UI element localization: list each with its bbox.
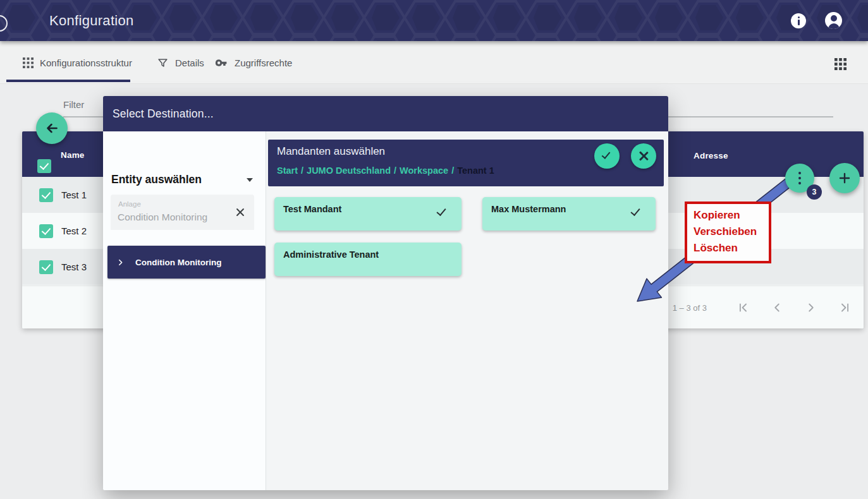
prev-page-icon[interactable] xyxy=(770,301,784,315)
confirm-button[interactable] xyxy=(594,143,620,169)
entity-field-value: Condition Monitoring xyxy=(118,212,207,223)
account-icon[interactable] xyxy=(825,12,842,29)
pagination-range-label: 1 – 3 of 3 xyxy=(673,303,707,313)
annotation-line: Verschieben xyxy=(694,224,765,240)
filter-funnel-icon xyxy=(157,57,169,69)
breadcrumb-item[interactable]: Start xyxy=(277,165,298,176)
tenant-name: Administrative Tenant xyxy=(283,250,379,260)
apps-grid-icon[interactable] xyxy=(834,58,847,73)
tab-konfigurationsstruktur[interactable]: Konfigurationsstruktur xyxy=(23,41,132,84)
key-icon xyxy=(215,56,228,69)
row-checkbox-checked-icon[interactable] xyxy=(39,224,53,238)
tenant-panel-header: Mandanten auswählen Start/JUMO Deutschla… xyxy=(268,140,664,186)
dialog-title: Select Destination... xyxy=(113,107,214,121)
tenant-panel-title: Mandanten auswählen xyxy=(277,145,385,158)
first-page-icon[interactable] xyxy=(736,301,750,315)
select-all-checkbox[interactable] xyxy=(37,159,51,173)
breadcrumb-separator: / xyxy=(394,165,396,176)
tenant-panel: Mandanten auswählen Start/JUMO Deutschla… xyxy=(266,131,668,490)
back-button[interactable] xyxy=(36,112,68,144)
breadcrumb-separator: / xyxy=(451,165,454,176)
dropdown-caret-icon xyxy=(247,178,253,182)
breadcrumb: Start/JUMO Deutschland/Workspace/Tenant … xyxy=(277,165,494,176)
breadcrumb-item[interactable]: Workspace xyxy=(400,165,448,176)
chevron-right-icon[interactable] xyxy=(116,258,125,267)
entity-type-select[interactable]: Entity auswählen xyxy=(111,173,258,186)
tenant-check-icon xyxy=(436,206,446,216)
tab-bar: Konfigurationsstruktur Details Zugriffsr… xyxy=(0,41,868,84)
clear-x-icon[interactable] xyxy=(235,207,245,217)
tab-label: Zugriffsrechte xyxy=(235,57,292,68)
tab-details[interactable]: Details xyxy=(157,41,204,84)
dialog-header: Select Destination... xyxy=(103,96,668,131)
column-header-name: Name xyxy=(61,150,85,160)
kebab-menu-icon xyxy=(798,172,802,185)
account-head-shape xyxy=(831,15,837,21)
active-tab-underline xyxy=(6,80,130,82)
entity-search-field[interactable]: Anlage Condition Monitoring xyxy=(111,195,254,230)
grid-icon xyxy=(23,57,34,68)
back-arrow-icon xyxy=(44,120,60,136)
info-icon[interactable] xyxy=(791,13,806,28)
tree-item-label: Condition Monitoring xyxy=(135,258,221,267)
selection-count-badge: 3 xyxy=(807,184,822,200)
annotation-note: Kopieren Verschieben Löschen xyxy=(685,201,771,263)
column-header-adresse: Adresse xyxy=(694,151,728,160)
tenant-name: Max Mustermann xyxy=(491,204,566,214)
page-title: Konfiguration xyxy=(49,0,134,41)
breadcrumb-item[interactable]: JUMO Deutschland xyxy=(307,165,391,176)
tenant-check-icon xyxy=(630,206,640,216)
tenant-card-administrative-tenant[interactable]: Administrative Tenant xyxy=(274,243,462,276)
tenant-card-max-mustermann[interactable]: Max Mustermann xyxy=(482,197,656,231)
select-destination-dialog: Select Destination... Entity auswählen A… xyxy=(103,96,668,490)
last-page-icon[interactable] xyxy=(838,301,852,315)
tab-label: Konfigurationsstruktur xyxy=(40,57,132,68)
tab-label: Details xyxy=(175,57,204,68)
plus-icon xyxy=(837,171,852,186)
cancel-button[interactable] xyxy=(631,143,656,169)
tab-zugriffsrechte[interactable]: Zugriffsrechte xyxy=(215,41,292,84)
annotation-line: Kopieren xyxy=(694,207,765,224)
pagination: 1 – 3 of 3 xyxy=(673,286,852,329)
app-header: Konfiguration xyxy=(0,0,868,41)
tenant-name: Test Mandant xyxy=(283,204,341,214)
tenant-card-test-mandant[interactable]: Test Mandant xyxy=(274,197,462,231)
entity-select-label: Entity auswählen xyxy=(111,173,202,186)
tree-item-condition-monitoring[interactable]: Condition Monitoring xyxy=(107,246,266,279)
row-name: Test 3 xyxy=(61,262,87,272)
entity-panel: Entity auswählen Anlage Condition Monito… xyxy=(103,131,266,490)
add-button[interactable] xyxy=(829,163,860,193)
next-page-icon[interactable] xyxy=(804,301,818,315)
filter-input-label: Filter xyxy=(63,99,84,110)
confirm-check-icon xyxy=(602,150,611,159)
row-checkbox-checked-icon[interactable] xyxy=(39,188,53,202)
breadcrumb-item-current: Tenant 1 xyxy=(457,165,494,176)
configuration-screen: Konfiguration Konfigurationsstruktur Det… xyxy=(0,0,868,499)
row-name: Test 2 xyxy=(61,225,87,236)
row-checkbox-checked-icon[interactable] xyxy=(39,260,53,274)
entity-field-label: Anlage xyxy=(118,200,141,208)
row-name: Test 1 xyxy=(61,189,87,200)
annotation-line: Löschen xyxy=(694,240,765,256)
breadcrumb-separator: / xyxy=(301,165,303,176)
